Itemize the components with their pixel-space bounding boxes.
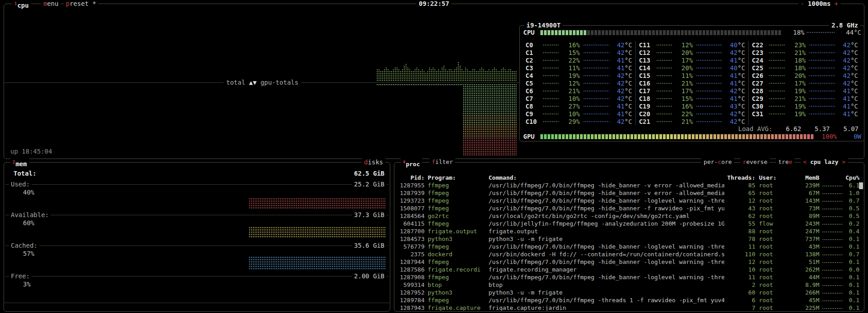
meter-block bbox=[587, 134, 590, 139]
core-temp-value: 41 bbox=[843, 87, 850, 95]
process-cpu-percent: 1.0 bbox=[845, 190, 859, 196]
core-temperature: 42°C bbox=[838, 72, 858, 79]
meter-block bbox=[594, 134, 597, 139]
process-mem: 737M bbox=[790, 236, 819, 242]
core-row: C2418%42°C bbox=[749, 56, 861, 64]
filter-button[interactable]: filter bbox=[429, 158, 455, 166]
core-temp-unit: °C bbox=[737, 118, 745, 125]
core-temperature: 42°C bbox=[612, 41, 632, 49]
meter-block bbox=[584, 134, 586, 139]
column-header-pid[interactable]: Pid: bbox=[398, 174, 425, 181]
meter-block bbox=[566, 30, 568, 35]
process-row[interactable]: 599314btopbtop2root8.9M0.1 bbox=[398, 281, 862, 289]
process-row[interactable]: 576779ffmpeg/usr/lib/ffmpeg/7.0/bin/ffmp… bbox=[398, 243, 862, 251]
core-usage-dots bbox=[543, 52, 559, 54]
core-row: C827%41°C bbox=[522, 102, 635, 110]
process-row[interactable]: 1508077ffmpeg/usr/lib/ffmpeg/7.0/bin/ffm… bbox=[398, 205, 862, 213]
core-label: C27 bbox=[752, 80, 768, 87]
process-row[interactable]: 1287908ffmpeg/usr/lib/ffmpeg/7.0/bin/ffm… bbox=[398, 274, 862, 281]
process-threads: 12 bbox=[727, 197, 755, 204]
box-number: 4 bbox=[403, 160, 405, 164]
core-label: C7 bbox=[525, 95, 542, 102]
core-temperature: 42°C bbox=[838, 49, 858, 56]
interval-decrease-button[interactable]: - bbox=[800, 0, 808, 7]
core-label: C28 bbox=[752, 87, 768, 95]
process-row[interactable]: 1287939ffmpeg/usr/lib/ffmpeg/7.0/bin/ffm… bbox=[398, 190, 862, 197]
process-mem: 44M bbox=[790, 274, 819, 281]
graph-mode-arrows-icon[interactable]: ▲▼ bbox=[249, 79, 257, 86]
column-header-threads[interactable]: Threads: bbox=[727, 174, 755, 181]
meter-block bbox=[540, 134, 543, 139]
preset-button[interactable]: preset * bbox=[64, 0, 98, 8]
column-header-cpu[interactable]: Cpu% bbox=[845, 174, 859, 181]
core-row: C1112%40°C bbox=[636, 41, 749, 49]
mem-total-row: Total:62.5 GiB bbox=[5, 170, 388, 177]
process-program: ffmpeg bbox=[428, 274, 487, 281]
process-row[interactable]: 1293723ffmpeg/usr/lib/ffmpeg/7.0/bin/ffm… bbox=[398, 197, 862, 205]
process-row[interactable]: 1289784ffmpeg/usr/lib/ffmpeg/7.0/bin/ffm… bbox=[398, 297, 862, 304]
per-core-toggle[interactable]: per-core bbox=[701, 158, 734, 166]
proc-box-title[interactable]: 4proc bbox=[401, 158, 422, 166]
column-header-command[interactable]: Command: bbox=[489, 174, 724, 181]
meter-block bbox=[786, 134, 788, 139]
cpu-box-title[interactable]: 1cpu bbox=[12, 0, 31, 8]
core-usage-percent: 19% bbox=[788, 103, 806, 110]
disks-toggle[interactable]: disks bbox=[362, 158, 385, 166]
process-pid: 1287939 bbox=[398, 190, 425, 196]
tree-toggle[interactable]: tree bbox=[776, 158, 795, 166]
process-pid: 1284573 bbox=[398, 236, 425, 242]
reverse-toggle[interactable]: reverse bbox=[740, 158, 770, 166]
process-row[interactable]: 604115ffmpeg/usr/lib/jellyfin-ffmpeg/ffm… bbox=[398, 220, 862, 228]
core-temperature: 41°C bbox=[725, 80, 745, 87]
process-mem-dots bbox=[822, 262, 843, 263]
core-temp-unit: °C bbox=[625, 64, 632, 72]
sort-selection: cpu lazy bbox=[807, 159, 842, 165]
process-command: /usr/lib/ffmpeg/7.0/bin/ffmpeg -hide_ban… bbox=[489, 205, 724, 212]
core-temperature: 41°C bbox=[838, 87, 858, 95]
interval-value: 1000ms bbox=[808, 0, 831, 7]
meter-block bbox=[685, 134, 687, 139]
mem-box-title[interactable]: 2mem bbox=[10, 158, 29, 166]
core-temp-unit: °C bbox=[737, 57, 745, 64]
core-row: C2819%41°C bbox=[749, 87, 861, 95]
mem-available-percent: 60% bbox=[23, 219, 34, 227]
interval-increase-button[interactable]: + bbox=[831, 0, 838, 7]
process-pid: 1287586 bbox=[398, 266, 425, 273]
meter-block bbox=[667, 134, 669, 139]
process-threads: 11 bbox=[727, 274, 755, 281]
core-label: C31 bbox=[752, 110, 768, 118]
gpu-total-history-graph bbox=[377, 84, 518, 157]
column-header-mem[interactable]: MemB bbox=[790, 174, 819, 181]
core-temp-value: 41 bbox=[617, 64, 625, 72]
process-row[interactable]: 1284564go2rtc/usr/local/go2rtc/bin/go2rt… bbox=[398, 213, 862, 220]
core-temp-value: 42 bbox=[617, 87, 625, 95]
core-row: C1029%42°C bbox=[522, 118, 635, 125]
sort-right-arrow-icon[interactable]: > bbox=[842, 159, 845, 165]
meter-block bbox=[548, 30, 550, 35]
process-command: /usr/lib/ffmpeg/7.0/bin/ffmpeg -hide_ban… bbox=[489, 190, 724, 196]
process-command: /usr/bin/dockerd -H fd:// --containerd=/… bbox=[489, 251, 724, 258]
process-row[interactable]: 1287586frigate.recordifrigate.recording_… bbox=[398, 266, 862, 274]
core-usage-percent: 22% bbox=[562, 57, 580, 64]
process-threads: 62 bbox=[727, 213, 755, 219]
core-temp-value: 42 bbox=[843, 72, 850, 79]
process-row[interactable]: 1287944ffmpeg/usr/lib/ffmpeg/7.0/bin/ffm… bbox=[398, 259, 862, 266]
core-temperature: 42°C bbox=[725, 118, 745, 125]
mem-available-row: Available:37.3 GiB bbox=[5, 211, 388, 218]
column-header-user[interactable]: User: bbox=[759, 174, 790, 181]
process-row[interactable]: 1287955ffmpeg/usr/lib/ffmpeg/7.0/bin/ffm… bbox=[398, 182, 862, 190]
column-header-program[interactable]: Program: bbox=[428, 174, 487, 181]
process-row[interactable]: 1287952python3python3 -u -m frigate60roo… bbox=[398, 289, 862, 297]
core-usage-percent: 16% bbox=[562, 41, 580, 49]
process-row[interactable]: 1287943frigate.capturefrigate.capture:ja… bbox=[398, 304, 862, 311]
core-label: C26 bbox=[752, 72, 768, 79]
process-row[interactable]: 1284573python3python3 -u -m frigate78roo… bbox=[398, 236, 862, 243]
graph-mode-selector[interactable]: total ▲▼ gpu-totals bbox=[224, 79, 301, 86]
process-scrollbar[interactable] bbox=[859, 182, 863, 189]
sort-left-arrow-icon[interactable]: < bbox=[803, 159, 807, 165]
menu-button[interactable]: menu bbox=[41, 0, 61, 8]
core-label: C23 bbox=[752, 49, 768, 56]
meter-block bbox=[760, 134, 763, 139]
process-row[interactable]: 1287700frigate.outputfrigate.output88roo… bbox=[398, 228, 862, 236]
process-row[interactable]: 2375dockerd/usr/bin/dockerd -H fd:// --c… bbox=[398, 251, 862, 259]
